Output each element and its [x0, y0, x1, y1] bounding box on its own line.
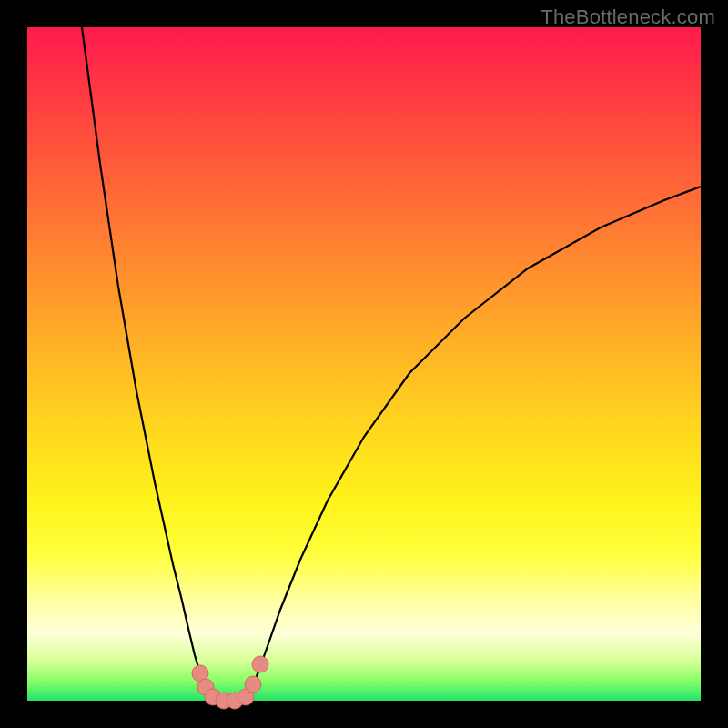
watermark-text: TheBottleneck.com: [541, 5, 715, 29]
bottleneck-curve: [82, 27, 701, 701]
chart-svg: [27, 27, 701, 701]
valley-markers: [192, 656, 268, 709]
valley-marker: [252, 656, 268, 672]
valley-marker: [245, 676, 261, 693]
gradient-plot-area: [27, 27, 701, 701]
